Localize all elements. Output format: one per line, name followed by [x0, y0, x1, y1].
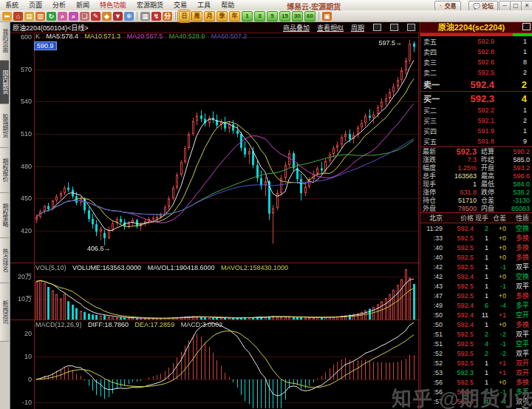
forum-button[interactable]: 💬 论坛 — [468, 1, 498, 11]
bid-level-row[interactable]: 买四591.91 — [420, 126, 532, 136]
menu-item-2[interactable]: 页面 — [24, 0, 47, 10]
sidebar-tab-4[interactable]: 期权报价 — [0, 148, 9, 193]
kline-canvas[interactable] — [10, 32, 420, 263]
macd-canvas[interactable] — [10, 320, 420, 409]
app-window: 系统页面分析新闻特色功能宏源期货交易工具帮助 博易云-宏源期货 ⚡ 交易 💬 论… — [0, 0, 532, 409]
stat-value: 538.2 — [502, 189, 532, 196]
sidebar-tab-7[interactable]: 新闻资讯 — [0, 283, 9, 342]
stat-value: 585.0 — [502, 156, 532, 163]
layout-toggle-icon[interactable] — [390, 24, 398, 31]
minute-button-3[interactable]: 3 — [254, 11, 265, 21]
paint-icon[interactable]: ◆ — [102, 12, 112, 21]
qty-value: 1 — [494, 127, 532, 135]
trade-button[interactable]: ⚡ 交易 — [434, 1, 461, 11]
sidebar-tab-2[interactable]: 国内期货 — [0, 61, 9, 104]
period-button-年[interactable]: 年 — [229, 11, 240, 21]
filter-icon[interactable]: ▼ — [113, 12, 123, 21]
refresh-icon[interactable]: ↻ — [47, 12, 56, 21]
snow-icon[interactable]: ❄ — [124, 12, 134, 21]
tick-nature: 多换 — [506, 233, 532, 243]
macd-pane[interactable]: MACD(12,26,9) DIFF:18.7860 DEA:17.2859 M… — [10, 320, 420, 409]
more-periods-icon[interactable]: ▣ — [322, 12, 332, 21]
close-button[interactable]: ✕ — [521, 1, 532, 11]
diff-value: DIFF:18.7860 — [88, 321, 129, 328]
tick-price: 592.5 — [443, 283, 474, 290]
sidebar-tab-3[interactable]: 股指期货 — [0, 104, 9, 148]
back-icon[interactable]: ⬅ — [2, 12, 12, 21]
tick-time: :51 — [420, 340, 443, 348]
menu-item-4[interactable]: 新闻 — [71, 0, 95, 10]
tick-volume: 1 — [474, 273, 488, 280]
zoom-out-icon[interactable]: ⌕ — [58, 12, 67, 21]
menu-item-5[interactable]: 特色功能 — [95, 0, 132, 10]
layout-toggle-icon[interactable] — [373, 24, 381, 31]
volume-pane[interactable]: VOL(5,10) VOLUME:163563.0000 MAVOL1:1904… — [10, 263, 420, 320]
minute-button-30[interactable]: 30 — [292, 11, 303, 21]
ask-level-row[interactable]: 卖一592.42 — [420, 78, 532, 91]
bid-level-row[interactable]: 买五591.89 — [420, 136, 532, 146]
fn-icon[interactable]: 分 — [163, 12, 172, 21]
macd-param-label: MACD(12,26,9) — [35, 321, 82, 328]
high-annotation: 597.5→ — [378, 39, 402, 47]
layout-toggle-icon[interactable] — [407, 24, 415, 31]
tick-list[interactable]: 11:29592.42+0空换:33592.51+0多换:40592.51+0多… — [420, 223, 532, 409]
tick-row: :42592.41+0空换 — [420, 271, 532, 281]
minimize-button[interactable]: ─ — [499, 1, 511, 11]
bid-level-row[interactable]: 买三592.12 — [420, 115, 532, 126]
stat-value: 51710 — [442, 197, 477, 204]
card-icon[interactable]: ▥ — [35, 12, 45, 21]
mavol1-value: MAVOL1:190418.6000 — [148, 264, 215, 271]
tick-nature: 多平 — [506, 300, 532, 310]
symbol-bar: 原油2204(050104)<日线> 商品叠加查看相似周期 — [10, 21, 420, 33]
book-icon[interactable]: ▤ — [24, 12, 34, 21]
bid-level-row[interactable]: 买一592.34 — [420, 92, 532, 105]
home-icon[interactable]: ⌂ — [13, 12, 23, 21]
minute-button-15[interactable]: 15 — [279, 11, 290, 21]
tick-nature: 空平 — [506, 339, 532, 348]
menu-item-3[interactable]: 分析 — [47, 0, 71, 10]
ask-level-row[interactable]: 卖五592.91 — [420, 36, 532, 47]
qty-value: 1 — [494, 38, 532, 45]
menu-item-9[interactable]: 帮助 — [216, 0, 239, 10]
volume-canvas[interactable] — [10, 263, 420, 320]
price-value: 592.6 — [446, 58, 494, 66]
calendar-icon[interactable]: ▦ — [140, 12, 150, 21]
menu-item-8[interactable]: 工具 — [192, 0, 216, 10]
qty-value: 9 — [494, 138, 532, 145]
pencil-icon[interactable]: ✎ — [91, 12, 100, 21]
minute-button-5[interactable]: 5 — [267, 11, 278, 21]
restore-button[interactable]: ▢ — [510, 1, 522, 11]
tick-row: :51592.52-2双平 — [420, 329, 532, 339]
ask-level-row[interactable]: 卖四592.81 — [420, 47, 532, 57]
sidebar-tab-1[interactable]: 我的页面 — [0, 21, 9, 61]
zoom-in-icon[interactable]: ⌕ — [69, 12, 78, 21]
sidebar-tab-5[interactable]: 期权策略 — [0, 193, 9, 238]
menu-item-6[interactable]: 宏源期货 — [132, 0, 168, 10]
period-button-月[interactable]: 月 — [204, 11, 215, 21]
ask-level-row[interactable]: 卖二592.52 — [420, 67, 532, 78]
bid-level-row[interactable]: 买二592.21 — [420, 105, 532, 115]
symbol-link-3[interactable]: 周期 — [351, 23, 364, 33]
panel-restore-icon[interactable] — [522, 23, 531, 30]
period-button-季[interactable]: 季 — [216, 11, 228, 21]
sidebar-tab-6[interactable]: 热点排名 — [0, 238, 9, 283]
menu-bar: 系统页面分析新闻特色功能宏源期货交易工具帮助 — [0, 0, 239, 10]
tick-row: :47592.51+0多换 — [420, 291, 532, 300]
menu-item-1[interactable]: 系统 — [0, 0, 24, 10]
trend-icon[interactable]: ↯ — [151, 12, 161, 21]
period-button-日[interactable]: 日 — [179, 11, 190, 21]
symbol-title: 原油2204(050104)<日线> — [10, 23, 89, 33]
minute-button-60[interactable]: 60 — [304, 11, 316, 21]
stat-value: 592.3 — [442, 147, 477, 156]
ask-level-row[interactable]: 卖三592.68 — [420, 57, 532, 67]
menu-item-7[interactable]: 交易 — [168, 0, 192, 10]
tick-row: :51592.54-1空平 — [420, 339, 532, 348]
price-value: 592.3 — [446, 93, 494, 104]
minute-button-1[interactable]: 1 — [242, 11, 253, 21]
symbol-link-2[interactable]: 查看相似 — [317, 23, 344, 33]
layers-icon[interactable]: ❏ — [80, 12, 89, 21]
period-button-周[interactable]: 周 — [191, 11, 202, 21]
bid-label: 买一 — [420, 92, 446, 104]
kline-pane[interactable]: K MA5:578.4 MA10:571.3 MA20:557.5 MA40:5… — [10, 32, 420, 263]
symbol-link-1[interactable]: 商品叠加 — [283, 23, 310, 33]
